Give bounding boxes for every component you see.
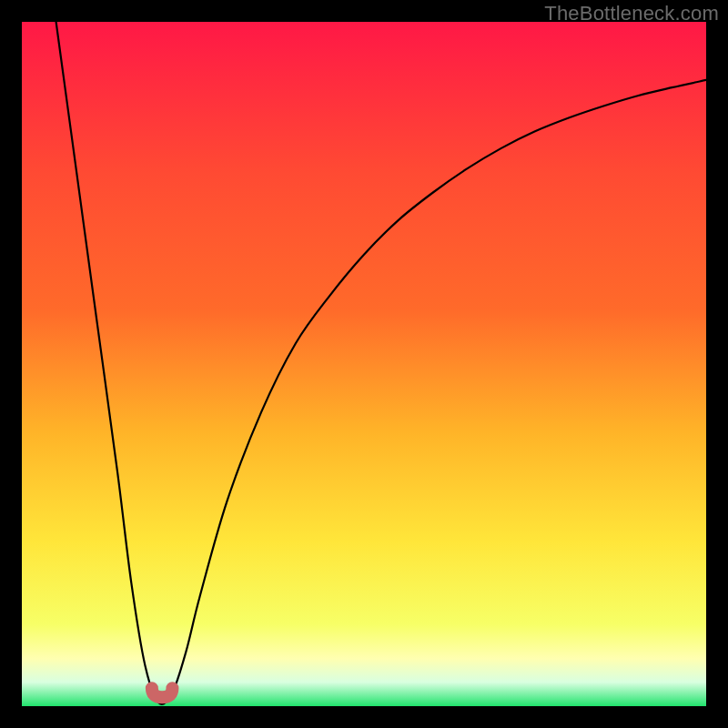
chart-svg [22, 22, 706, 706]
chart-frame: TheBottleneck.com [0, 0, 728, 728]
gradient-background [22, 22, 706, 706]
plot-area [22, 22, 706, 706]
